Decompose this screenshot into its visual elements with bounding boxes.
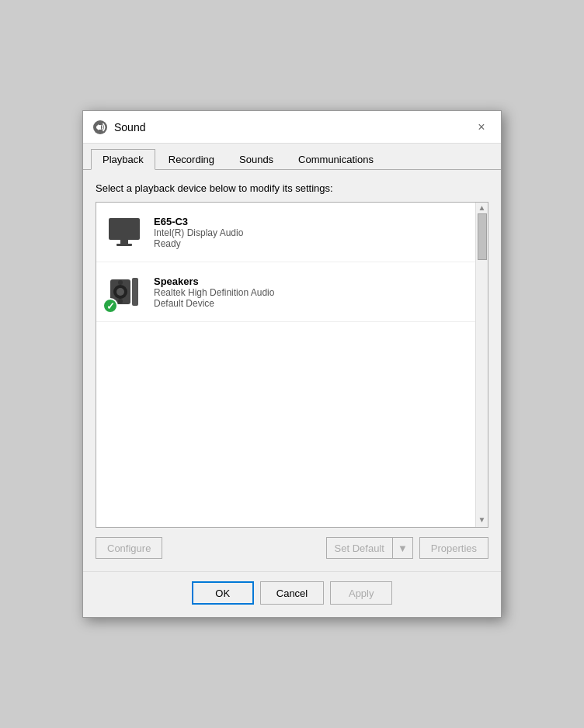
svg-rect-11 <box>132 278 138 306</box>
tabs-bar: Playback Recording Sounds Communications <box>83 144 501 170</box>
device-status-e65c3: Ready <box>154 238 480 249</box>
svg-rect-1 <box>99 125 101 130</box>
properties-button[interactable]: Properties <box>419 537 488 559</box>
device-desc-e65c3: Intel(R) Display Audio <box>154 227 480 238</box>
ok-button[interactable]: OK <box>192 581 254 605</box>
devices-list[interactable]: E65-C3 Intel(R) Display Audio Ready <box>96 202 488 528</box>
default-badge: ✓ <box>103 298 118 314</box>
tab-playback[interactable]: Playback <box>91 149 155 170</box>
device-icon-wrap-monitor <box>104 212 144 252</box>
set-default-dropdown[interactable]: ▼ <box>392 537 413 559</box>
set-default-group: Set Default ▼ <box>326 537 413 559</box>
apply-button[interactable]: Apply <box>330 581 392 605</box>
svg-rect-5 <box>116 244 132 246</box>
tab-content: Select a playback device below to modify… <box>83 170 501 571</box>
tab-recording[interactable]: Recording <box>157 149 226 170</box>
dialog-title: Sound <box>114 121 145 133</box>
instruction-text: Select a playback device below to modify… <box>96 182 488 194</box>
close-button[interactable]: × <box>471 117 492 137</box>
footer-buttons: OK Cancel Apply <box>83 571 501 617</box>
action-buttons: Configure Set Default ▼ Properties <box>96 537 488 559</box>
title-bar-left: Sound <box>92 120 145 135</box>
title-bar: Sound × <box>83 111 501 144</box>
sound-dialog: Sound × Playback Recording Sounds Commun… <box>82 110 502 618</box>
device-status-speakers: Default Device <box>154 298 480 309</box>
svg-rect-3 <box>110 220 138 238</box>
device-info-e65c3: E65-C3 Intel(R) Display Audio Ready <box>154 216 480 249</box>
device-info-speakers: Speakers Realtek High Definition Audio D… <box>154 276 480 309</box>
tab-communications[interactable]: Communications <box>287 149 385 170</box>
svg-point-10 <box>118 299 123 303</box>
svg-point-8 <box>116 288 124 296</box>
device-name-speakers: Speakers <box>154 276 480 287</box>
configure-button[interactable]: Configure <box>96 537 162 559</box>
device-icon-wrap-speaker: ✓ <box>104 272 144 312</box>
scrollbar[interactable]: ▲ ▼ <box>475 203 488 527</box>
monitor-icon <box>104 212 144 252</box>
svg-rect-4 <box>120 240 128 244</box>
svg-point-9 <box>118 280 123 285</box>
device-desc-speakers: Realtek High Definition Audio <box>154 287 480 298</box>
device-item-speakers[interactable]: ✓ Speakers Realtek High Definition Audio… <box>96 262 488 322</box>
tab-sounds[interactable]: Sounds <box>228 149 285 170</box>
device-name-e65c3: E65-C3 <box>154 216 480 227</box>
set-default-button[interactable]: Set Default <box>326 537 392 559</box>
device-item-e65c3[interactable]: E65-C3 Intel(R) Display Audio Ready <box>96 203 488 262</box>
sound-icon <box>92 120 108 135</box>
cancel-button[interactable]: Cancel <box>260 581 324 605</box>
